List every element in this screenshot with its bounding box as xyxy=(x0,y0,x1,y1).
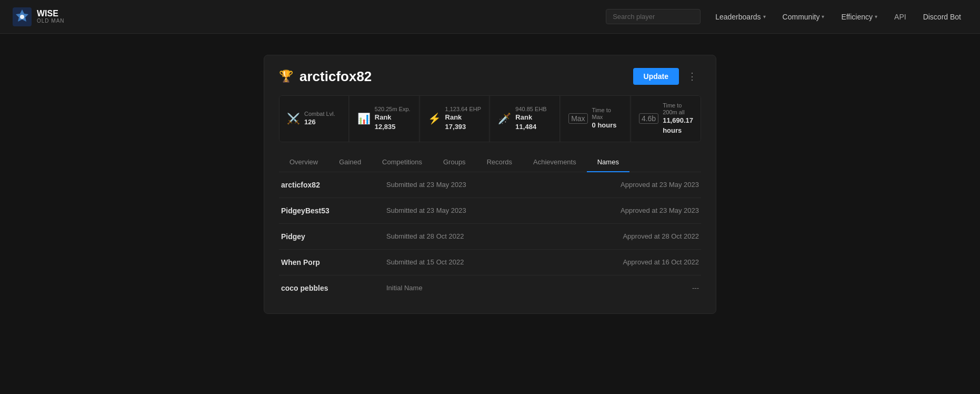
nav-leaderboards[interactable]: Leaderboards ▾ xyxy=(709,9,772,24)
stat-cell: ⚔️ Combat Lvl. 126 xyxy=(279,96,349,142)
svg-point-2 xyxy=(20,15,24,19)
approved-value: --- xyxy=(543,284,699,292)
name-value: When Porp xyxy=(281,258,386,267)
nav-efficiency[interactable]: Efficiency ▾ xyxy=(835,9,884,24)
stat-cell: ⚡ 1,123.64 EHP Rank 17,393 xyxy=(421,96,490,142)
trophy-icon: 🏆 xyxy=(279,70,293,83)
player-title: 🏆 arcticfox82 xyxy=(279,68,372,85)
stat-cell: 🗡️ 940.85 EHB Rank 11,484 xyxy=(491,96,560,142)
stat-label: 1,123.64 EHP xyxy=(445,106,482,113)
submitted-value: Submitted at 23 May 2023 xyxy=(386,206,543,214)
name-value: coco pebbles xyxy=(281,284,386,292)
main-content: 🏆 arcticfox82 Update ⋮ ⚔️ Combat Lvl. 12… xyxy=(0,34,980,335)
name-row: When Porp Submitted at 15 Oct 2022 Appro… xyxy=(279,250,701,275)
tab-groups[interactable]: Groups xyxy=(433,153,476,172)
logo-wise: WISE xyxy=(37,9,65,18)
names-table: arcticfox82 Submitted at 23 May 2023 App… xyxy=(279,172,701,301)
ehp-icon: ⚡ xyxy=(428,112,441,125)
chevron-down-icon: ▾ xyxy=(763,14,766,19)
ehb-icon: 🗡️ xyxy=(498,112,511,125)
name-value: Pidgey xyxy=(281,232,386,241)
stat-label: 520.25m Exp. xyxy=(375,106,412,113)
nav-api[interactable]: API xyxy=(888,9,913,24)
navbar: WISE OLD MAN Leaderboards ▾ Community ▾ … xyxy=(0,0,980,34)
chevron-down-icon: ▾ xyxy=(822,14,824,19)
approved-value: Approved at 23 May 2023 xyxy=(543,206,699,214)
submitted-value: Submitted at 28 Oct 2022 xyxy=(386,232,543,240)
name-row: arcticfox82 Submitted at 23 May 2023 App… xyxy=(279,172,701,198)
header-actions: Update ⋮ xyxy=(633,68,701,85)
stat-label: 940.85 EHB xyxy=(515,106,552,113)
search-input[interactable] xyxy=(606,9,701,24)
name-row: Pidgey Submitted at 28 Oct 2022 Approved… xyxy=(279,224,701,250)
stat-info: 940.85 EHB Rank 11,484 xyxy=(515,106,552,132)
tab-competitions[interactable]: Competitions xyxy=(372,153,433,172)
submitted-value: Submitted at 15 Oct 2022 xyxy=(386,258,543,266)
nav-community[interactable]: Community ▾ xyxy=(776,9,831,24)
update-button[interactable]: Update xyxy=(633,68,679,85)
exp-icon: 📊 xyxy=(357,112,371,125)
player-name: arcticfox82 xyxy=(299,68,372,85)
tabs: OverviewGainedCompetitionsGroupsRecordsA… xyxy=(279,153,701,172)
stat-info: Time to 200m all 11,690.17 hours xyxy=(663,102,693,135)
stat-value: 11,690.17 hours xyxy=(663,116,693,135)
tab-names[interactable]: Names xyxy=(587,153,629,172)
name-value: arcticfox82 xyxy=(281,181,386,189)
tab-gained[interactable]: Gained xyxy=(328,153,372,172)
logo-oldman: OLD MAN xyxy=(37,18,65,24)
name-row: PidgeyBest53 Submitted at 23 May 2023 Ap… xyxy=(279,198,701,224)
stat-value: Rank 11,484 xyxy=(515,113,552,132)
stat-value: 126 xyxy=(304,117,335,127)
stat-cell: Max Time to Max 0 hours xyxy=(561,96,631,142)
name-value: PidgeyBest53 xyxy=(281,206,386,215)
stat-cell: 📊 520.25m Exp. Rank 12,835 xyxy=(350,96,419,142)
approved-value: Approved at 23 May 2023 xyxy=(543,181,699,189)
chevron-down-icon: ▾ xyxy=(875,14,877,19)
nav-links: Leaderboards ▾ Community ▾ Efficiency ▾ … xyxy=(709,9,967,24)
stat-info: Time to Max 0 hours xyxy=(592,107,623,131)
time-max-icon: Max xyxy=(568,113,587,124)
stats-row: ⚔️ Combat Lvl. 126 📊 520.25m Exp. Rank 1… xyxy=(279,95,701,142)
stat-value: 0 hours xyxy=(592,121,623,130)
submitted-value: Submitted at 23 May 2023 xyxy=(386,181,543,189)
logo[interactable]: WISE OLD MAN xyxy=(13,7,65,26)
time-200m-icon: 4.6b xyxy=(639,113,658,124)
player-card: 🏆 arcticfox82 Update ⋮ ⚔️ Combat Lvl. 12… xyxy=(264,55,716,314)
combat-icon: ⚔️ xyxy=(287,112,300,125)
more-options-button[interactable]: ⋮ xyxy=(683,68,701,84)
stat-info: 1,123.64 EHP Rank 17,393 xyxy=(445,106,482,132)
stat-cell: 4.6b Time to 200m all 11,690.17 hours xyxy=(632,96,701,142)
stat-info: Combat Lvl. 126 xyxy=(304,111,335,127)
tab-achievements[interactable]: Achievements xyxy=(523,153,587,172)
stat-info: 520.25m Exp. Rank 12,835 xyxy=(375,106,412,132)
approved-value: Approved at 28 Oct 2022 xyxy=(543,232,699,240)
stat-value: Rank 12,835 xyxy=(375,113,412,132)
stat-label: Time to 200m all xyxy=(663,102,693,116)
stat-value: Rank 17,393 xyxy=(445,113,482,132)
player-header: 🏆 arcticfox82 Update ⋮ xyxy=(279,68,701,85)
nav-discord[interactable]: Discord Bot xyxy=(917,9,967,24)
stat-label: Combat Lvl. xyxy=(304,111,335,117)
stat-label: Time to Max xyxy=(592,107,623,121)
name-row: coco pebbles Initial Name --- xyxy=(279,275,701,301)
tab-records[interactable]: Records xyxy=(476,153,523,172)
submitted-value: Initial Name xyxy=(386,284,543,292)
tab-overview[interactable]: Overview xyxy=(279,153,328,172)
approved-value: Approved at 16 Oct 2022 xyxy=(543,258,699,266)
